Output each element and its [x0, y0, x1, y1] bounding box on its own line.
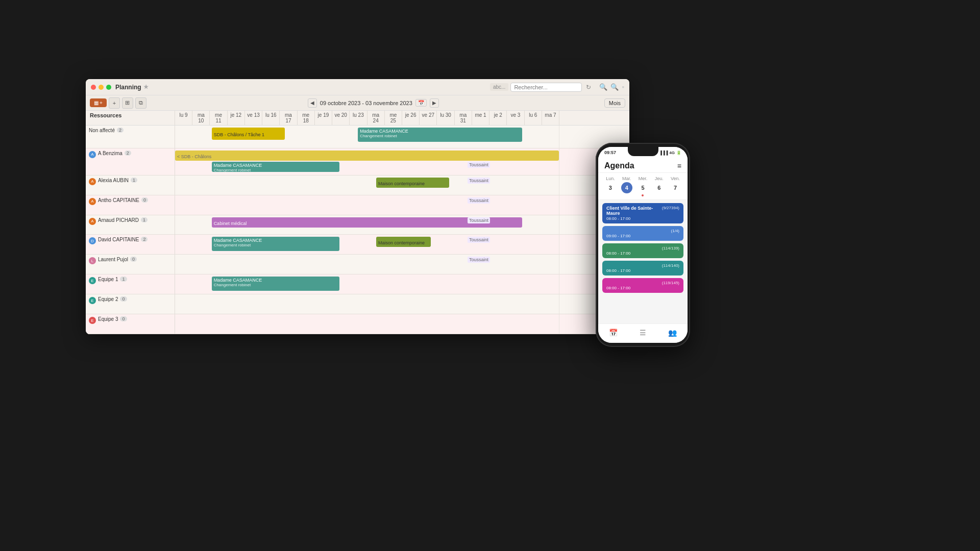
- event-2[interactable]: (1/4) 09:00 - 17:00: [602, 226, 683, 241]
- event-sdb-benzima[interactable]: < SDB - Châlons: [175, 151, 559, 161]
- resource-david-cap: D David CAPITAINE 2: [86, 235, 175, 254]
- row-non-affecte: Non affecté 2 SDB - Châlons / Tâche 1 Ma…: [86, 126, 629, 148]
- calendar-nav-icon[interactable]: 📅: [609, 329, 618, 337]
- toussaint-pichard: Toussaint: [468, 217, 490, 223]
- resource-capitaine: A Antho CAPITAINE 0: [86, 195, 175, 215]
- week-nav[interactable]: Lun. 3 Mar. 4 Mer. 5 Jeu. 6: [598, 173, 688, 200]
- col-ma7: ma 7: [542, 111, 559, 125]
- fullscreen-button[interactable]: [106, 85, 111, 90]
- day-jeu[interactable]: Jeu. 6: [651, 176, 667, 196]
- equipe2-count: 0: [120, 296, 127, 302]
- event-3[interactable]: (114/139) 08:00 - 17:00: [602, 243, 683, 258]
- day-num-mar[interactable]: 4: [621, 182, 632, 193]
- cell-aubin-all[interactable]: Maison contemporaine Toussaint: [175, 176, 559, 195]
- app-window: Planning ★ abc... ↻ 🔍 🔍 ▪ ▦ + + ⊞ ⧉ ◀ 09…: [86, 79, 629, 334]
- cell-david-all[interactable]: Madame CASAMANCE Changement robinet Mais…: [175, 235, 559, 254]
- col-je2: je 2: [489, 111, 507, 125]
- prev-button[interactable]: ◀: [308, 98, 317, 108]
- non-affecte-count: 2: [117, 128, 124, 133]
- event-maison-david[interactable]: Maison contemporaine: [376, 237, 431, 247]
- col-ve3: ve 3: [507, 111, 524, 125]
- calendar-button[interactable]: 📅: [415, 99, 427, 107]
- col-je12: je 12: [228, 111, 245, 125]
- avatar-equipe2: E: [89, 297, 96, 304]
- network-type: 4G: [669, 151, 675, 155]
- avatar-capitaine: A: [89, 198, 96, 205]
- day-num-ven[interactable]: 7: [670, 182, 681, 193]
- col-ve13: ve 13: [245, 111, 262, 125]
- day-ven[interactable]: Ven. 7: [667, 176, 683, 196]
- cell-eq2-all[interactable]: [175, 294, 559, 314]
- capitaine-count: 0: [141, 197, 148, 203]
- day-num-jeu[interactable]: 6: [653, 182, 665, 193]
- close-button[interactable]: [91, 85, 96, 90]
- equipe3-count: 0: [120, 316, 127, 321]
- app-title: Planning ★: [115, 84, 149, 91]
- event-casamance-david[interactable]: Madame CASAMANCE Changement robinet: [212, 237, 340, 251]
- avatar-pichard: A: [89, 218, 96, 225]
- event-5[interactable]: (119/145) 08:00 - 17:00: [602, 278, 683, 293]
- col-je19: je 19: [315, 111, 332, 125]
- traffic-lights: [91, 85, 111, 90]
- event-time-3: 08:00 - 17:00: [606, 251, 679, 256]
- day-lun[interactable]: Lun. 3: [602, 176, 619, 196]
- event-sdb-chalons[interactable]: SDB - Châlons / Tâche 1: [212, 128, 285, 140]
- col-ma31: ma 31: [455, 111, 472, 125]
- event-time-2: 09:00 - 17:00: [606, 234, 679, 238]
- week-days: Lun. 3 Mar. 4 Mer. 5 Jeu. 6: [602, 176, 683, 196]
- resource-aubin: A Alexia AUBIN 1: [86, 176, 175, 195]
- day-mar[interactable]: Mar. 4: [619, 176, 635, 196]
- pichard-label: Arnaud PICHARD: [98, 217, 139, 223]
- day-name-lun: Lun.: [606, 176, 615, 181]
- day-name-ven: Ven.: [671, 176, 680, 181]
- paste-button[interactable]: ⧉: [135, 97, 146, 109]
- cell-cap-all[interactable]: Toussaint: [175, 195, 559, 215]
- event-casamance-eq1[interactable]: Madame CASAMANCE Changement robinet: [212, 277, 340, 291]
- next-button[interactable]: ▶: [430, 98, 439, 108]
- phone-frame: 09:57 ▐▐▐ 4G 🔋 Agenda ≡ Lun. 3: [596, 143, 690, 347]
- cell-pujol-all[interactable]: Toussaint: [175, 255, 559, 274]
- people-nav-icon[interactable]: 👥: [668, 329, 677, 337]
- cell-na-1[interactable]: SDB - Châlons / Tâche 1 Madame CASAMANCE…: [175, 126, 559, 148]
- ev-sub: Changement robinet: [214, 283, 338, 287]
- cell-benz-all[interactable]: < SDB - Châlons Madame CASAMANCE Changem…: [175, 148, 559, 175]
- row-aubin: A Alexia AUBIN 1 Maison contemporaine To…: [86, 176, 629, 195]
- phone-screen: 09:57 ▐▐▐ 4G 🔋 Agenda ≡ Lun. 3: [598, 147, 688, 343]
- avatar-aubin: A: [89, 178, 96, 185]
- event-maison-aubin[interactable]: Maison contemporaine: [376, 178, 449, 188]
- day-mer[interactable]: Mer. 5: [635, 176, 651, 196]
- settings-icon[interactable]: ▪: [622, 83, 624, 91]
- event-4[interactable]: (114/140) 08:00 - 17:00: [602, 261, 683, 276]
- cell-eq1-all[interactable]: Madame CASAMANCE Changement robinet: [175, 274, 559, 294]
- window-controls: 🔍 🔍 ▪: [599, 83, 624, 91]
- zoom-out-icon[interactable]: 🔍: [599, 83, 607, 91]
- col-ve27: ve 27: [420, 111, 437, 125]
- event-sainte-maure[interactable]: Client Ville de Sainte-Maure (9/27394) 0…: [602, 203, 683, 223]
- resource-non-affecte: Non affecté 2: [86, 126, 175, 148]
- zoom-in-icon[interactable]: 🔍: [610, 83, 619, 91]
- col-je26: je 26: [402, 111, 420, 125]
- event-code-5: (119/145): [662, 281, 679, 285]
- day-num-lun[interactable]: 3: [605, 182, 616, 193]
- star-icon[interactable]: ★: [143, 84, 149, 90]
- event-casamance-benzima[interactable]: Madame CASAMANCE Changement robinet: [212, 162, 340, 172]
- search-input[interactable]: [510, 83, 582, 92]
- ev-sub: Changement robinet: [214, 243, 338, 247]
- refresh-icon[interactable]: ↻: [586, 84, 591, 91]
- cell-eq3-all[interactable]: [175, 314, 559, 334]
- search-bar: abc... ↻: [490, 83, 591, 92]
- day-num-mer[interactable]: 5: [637, 182, 648, 193]
- col-lu30: lu 30: [437, 111, 454, 125]
- menu-icon[interactable]: ≡: [677, 162, 681, 170]
- minimize-button[interactable]: [99, 85, 104, 90]
- view-mode-button[interactable]: Mois: [604, 98, 625, 108]
- ev-title: Madame CASAMANCE: [214, 278, 338, 283]
- add-button[interactable]: ▦ +: [90, 98, 107, 107]
- list-nav-icon[interactable]: ☰: [640, 329, 646, 337]
- title-bar: Planning ★ abc... ↻ 🔍 🔍 ▪: [86, 79, 629, 95]
- add-task-button[interactable]: +: [109, 97, 120, 109]
- copy-button[interactable]: ⊞: [122, 97, 133, 109]
- event-casamance-na[interactable]: Madame CASAMANCE Changement robinet: [358, 128, 522, 142]
- col-lu6: lu 6: [525, 111, 542, 125]
- cell-pichard-all[interactable]: Cabinet médical Toussaint: [175, 215, 559, 235]
